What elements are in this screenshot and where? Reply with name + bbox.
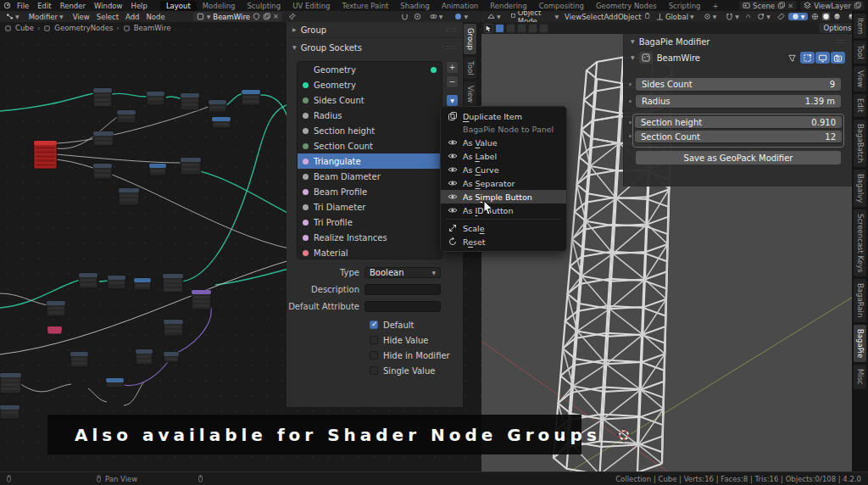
new-scene-icon[interactable]: [777, 2, 785, 9]
node-editor-menu-add[interactable]: Add: [122, 13, 142, 21]
checkbox-unchecked[interactable]: [370, 336, 378, 344]
socket-row-beam-diameter[interactable]: Beam Diameter: [298, 169, 442, 184]
socket-row-material[interactable]: Material: [298, 245, 442, 259]
socket-row-sides-count[interactable]: Sides Count: [298, 92, 442, 108]
drag-handle-icon[interactable]: ∷∷: [447, 44, 457, 52]
node-tree-type-dropdown[interactable]: Modifier ▼: [25, 13, 67, 21]
active-tool-icon[interactable]: [484, 24, 493, 33]
pivot-point-dropdown[interactable]: ▼: [700, 13, 721, 20]
viewport-tab-item[interactable]: Item: [854, 14, 866, 38]
pin-icon[interactable]: [288, 13, 296, 20]
shading-solid-icon[interactable]: [822, 13, 830, 20]
proportional-edit-icon[interactable]: [745, 13, 751, 20]
decorator-dot[interactable]: [629, 121, 632, 124]
viewport-tab-edit[interactable]: Edit: [854, 94, 866, 116]
show-render-icon[interactable]: [831, 52, 845, 64]
workspace-tab-sculpting[interactable]: Sculpting: [241, 1, 287, 11]
viewport-tab-screencast-keys[interactable]: Screencast Keys: [854, 209, 866, 276]
select-mode-extra-icon[interactable]: [539, 24, 548, 33]
new-viewlayer-icon[interactable]: [854, 2, 861, 9]
context-menu-item-as-id-button[interactable]: As ID Button: [441, 203, 566, 217]
fake-user-shield-icon[interactable]: [253, 13, 260, 20]
checkbox-row-hide-in-modifier[interactable]: Hide in Modifier: [370, 349, 450, 361]
context-menu-item-duplicate-item[interactable]: Duplicate Item: [441, 109, 566, 123]
topbar-menu-file[interactable]: File: [13, 2, 33, 10]
field-sides-count[interactable]: Sides Count9: [636, 78, 841, 91]
context-menu-item-as-separator[interactable]: As Separator: [441, 176, 566, 190]
topbar-menu-help[interactable]: Help: [126, 2, 151, 10]
viewport-menu-add[interactable]: Add: [604, 13, 617, 21]
node-editor-menu-node[interactable]: Node: [143, 13, 169, 21]
save-geopack-button[interactable]: Save as GeoPack Modifier: [636, 151, 841, 164]
workspace-tab-+[interactable]: +: [706, 1, 724, 11]
viewport-tab-view[interactable]: View: [854, 66, 866, 92]
socket-row-section-height[interactable]: Section height: [298, 123, 442, 138]
field-radius[interactable]: Radius1.39 m: [636, 95, 841, 108]
group-sockets-panel-header[interactable]: ▼ Group Sockets ∷∷: [287, 40, 463, 55]
breadcrumb-item[interactable]: BeamWire: [134, 24, 171, 32]
node-group-name-field[interactable]: ▼ BeamWire ✕: [193, 12, 282, 21]
socket-row-triangulate[interactable]: Triangulate: [298, 153, 442, 169]
viewlayer-selector[interactable]: ViewLayer: [800, 1, 865, 10]
checkbox-row-single-value[interactable]: Single Value: [370, 365, 435, 376]
socket-row-beam-profile[interactable]: Beam Profile: [298, 184, 442, 199]
context-menu-item-as-value[interactable]: As Value: [441, 136, 566, 149]
decorator-dot[interactable]: [629, 100, 632, 103]
socket-row-section-count[interactable]: Section Count: [298, 138, 442, 153]
socket-row-realize-instances[interactable]: Realize Instances: [298, 230, 442, 245]
workspace-tab-shading[interactable]: Shading: [394, 1, 436, 11]
node-editor-menu-select[interactable]: Select: [93, 13, 122, 21]
context-menu-item-scale[interactable]: Scale: [441, 221, 566, 235]
viewport-menu-select[interactable]: Select: [581, 13, 604, 21]
remove-socket-button[interactable]: −: [446, 75, 459, 88]
xray-dropdown[interactable]: ▼: [788, 13, 809, 20]
sidebar-tab-tool[interactable]: Tool: [464, 57, 476, 80]
topbar-menu-edit[interactable]: Edit: [33, 2, 55, 10]
workspace-tab-geometry-nodes[interactable]: Geometry Nodes: [590, 1, 663, 11]
shading-dropdown[interactable]: ▼: [451, 13, 471, 20]
checkbox-row-hide-value[interactable]: Hide Value: [370, 334, 428, 346]
workspace-tab-uv-editing[interactable]: UV Editing: [287, 1, 336, 11]
group-panel-header[interactable]: ▶ Group ∷∷: [287, 22, 463, 37]
unlink-datablock-icon[interactable]: ✕: [273, 13, 279, 20]
viewport-tab-bagaivy[interactable]: BagaIvy: [854, 170, 866, 207]
shading-wireframe-icon[interactable]: [811, 13, 819, 20]
viewport-editor-type-selector[interactable]: ▼: [484, 13, 504, 20]
scene-selector[interactable]: Scene ✕: [739, 1, 797, 10]
show-gizmo-dropdown[interactable]: ▼: [754, 13, 774, 20]
socket-row-tri-diameter[interactable]: Tri Diameter: [298, 199, 442, 215]
viewport-tab-bagabatch[interactable]: BagaBatch: [854, 120, 866, 167]
viewport-tab-misc[interactable]: Misc: [854, 365, 866, 389]
proportional-edit-icon[interactable]: [414, 13, 421, 20]
socket-row-geometry[interactable]: Geometry: [298, 62, 442, 77]
overlays-toggle-icon[interactable]: [777, 13, 785, 20]
blender-logo-icon[interactable]: [3, 2, 11, 9]
node-editor-menu-view[interactable]: View: [70, 13, 93, 21]
workspace-tab-layout[interactable]: Layout: [160, 1, 197, 11]
socket-row-radius[interactable]: Radius: [298, 108, 442, 123]
checkbox-unchecked[interactable]: [370, 351, 378, 360]
edit-mode-display-icon[interactable]: [785, 52, 799, 64]
socket-row-geometry[interactable]: Geometry: [298, 77, 442, 92]
add-socket-button[interactable]: +: [446, 61, 459, 74]
description-input[interactable]: [364, 284, 441, 295]
workspace-tab-compositing[interactable]: Compositing: [533, 1, 590, 11]
show-realtime-icon[interactable]: [815, 52, 830, 64]
select-mode-tweak-icon[interactable]: [495, 24, 504, 33]
workspace-tab-rendering[interactable]: Rendering: [484, 1, 532, 11]
transform-orientation-dropdown[interactable]: Global ▼: [653, 13, 698, 21]
select-mode-lasso-icon[interactable]: [528, 24, 537, 33]
overlays-dropdown[interactable]: ▼: [426, 13, 447, 20]
topbar-menu-window[interactable]: Window: [90, 2, 127, 10]
drag-handle-icon[interactable]: ∷∷: [447, 26, 457, 34]
checkbox-checked[interactable]: [370, 321, 378, 329]
workspace-tab-animation[interactable]: Animation: [436, 1, 484, 11]
checkbox-unchecked[interactable]: [370, 366, 378, 375]
viewport-menu-object[interactable]: Object: [618, 13, 642, 21]
decorator-dot[interactable]: [629, 83, 632, 86]
breadcrumb-item[interactable]: Cube: [15, 24, 34, 32]
breadcrumb-item[interactable]: GeometryNodes: [54, 24, 113, 32]
context-menu-item-reset[interactable]: Reset: [441, 235, 566, 248]
context-menu-item-as-simple-button[interactable]: As Simple Button: [441, 190, 566, 203]
viewport-menu-view[interactable]: View: [565, 13, 581, 21]
